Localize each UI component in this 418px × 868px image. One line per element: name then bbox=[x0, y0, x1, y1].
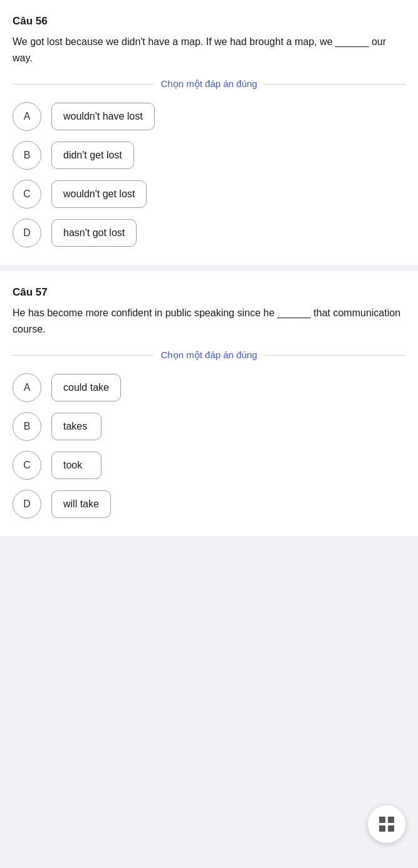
choose-label-56: Chọn một đáp án đúng bbox=[154, 78, 265, 90]
option-57-b[interactable]: B takes bbox=[13, 412, 405, 441]
question-56-text: We got lost because we didn't have a map… bbox=[13, 34, 405, 66]
grid-icon bbox=[379, 817, 394, 832]
divider-left-57 bbox=[13, 355, 154, 356]
option-circle-57-a: A bbox=[13, 373, 41, 402]
option-box-56-c: wouldn't get lost bbox=[51, 180, 147, 208]
option-box-57-a: could take bbox=[51, 374, 121, 401]
question-56-divider: Chọn một đáp án đúng bbox=[13, 78, 405, 90]
option-56-b[interactable]: B didn't get lost bbox=[13, 141, 405, 170]
option-57-d[interactable]: D will take bbox=[13, 490, 405, 519]
divider-left bbox=[13, 84, 154, 85]
option-circle-56-c: C bbox=[13, 180, 41, 209]
grid-cell-1 bbox=[379, 817, 385, 823]
options-list-56: A wouldn't have lost B didn't get lost C… bbox=[13, 102, 405, 247]
options-list-57: A could take B takes C took D will take bbox=[13, 373, 405, 519]
divider-right-57 bbox=[264, 355, 405, 356]
divider-right bbox=[264, 84, 405, 85]
option-circle-57-d: D bbox=[13, 490, 41, 519]
option-circle-56-d: D bbox=[13, 219, 41, 247]
option-56-a[interactable]: A wouldn't have lost bbox=[13, 102, 405, 131]
option-circle-57-b: B bbox=[13, 412, 41, 441]
option-57-a[interactable]: A could take bbox=[13, 373, 405, 402]
option-56-d[interactable]: D hasn't got lost bbox=[13, 219, 405, 247]
choose-label-57: Chọn một đáp án đúng bbox=[154, 349, 265, 361]
question-56-block: Câu 56 We got lost because we didn't hav… bbox=[0, 0, 418, 265]
grid-cell-3 bbox=[379, 825, 385, 832]
grid-cell-2 bbox=[388, 817, 394, 823]
question-56-number: Câu 56 bbox=[13, 15, 405, 28]
option-57-c[interactable]: C took bbox=[13, 451, 405, 480]
grid-cell-4 bbox=[388, 825, 394, 832]
option-box-56-a: wouldn't have lost bbox=[51, 103, 155, 130]
option-circle-57-c: C bbox=[13, 451, 41, 480]
question-57-divider: Chọn một đáp án đúng bbox=[13, 349, 405, 361]
option-box-56-b: didn't get lost bbox=[51, 142, 134, 169]
fab-grid-button[interactable] bbox=[368, 805, 405, 843]
question-57-number: Câu 57 bbox=[13, 286, 405, 299]
option-box-56-d: hasn't got lost bbox=[51, 219, 137, 247]
option-circle-56-a: A bbox=[13, 102, 41, 131]
question-57-block: Câu 57 He has become more confident in p… bbox=[0, 271, 418, 536]
question-57-text: He has become more confident in public s… bbox=[13, 305, 405, 337]
option-box-57-c: took bbox=[51, 452, 102, 479]
option-box-57-b: takes bbox=[51, 413, 102, 440]
option-56-c[interactable]: C wouldn't get lost bbox=[13, 180, 405, 209]
option-circle-56-b: B bbox=[13, 141, 41, 170]
option-box-57-d: will take bbox=[51, 490, 111, 518]
